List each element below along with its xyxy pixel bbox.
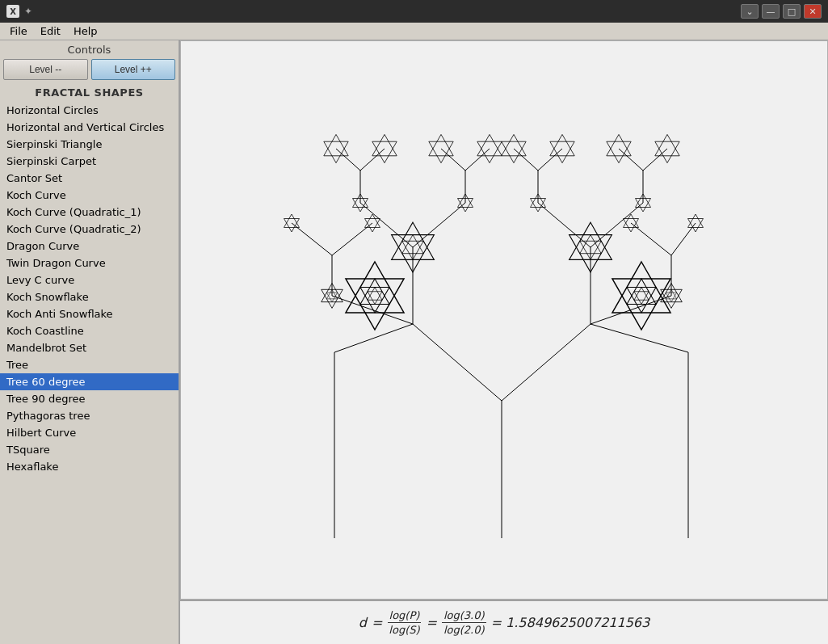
- maximize-btn[interactable]: □: [783, 4, 801, 19]
- close-btn[interactable]: ✕: [804, 4, 822, 19]
- fraction-log-3-2: log(3.0) log(2.0): [442, 609, 486, 636]
- shape-item-11[interactable]: Koch Snowflake: [0, 288, 179, 305]
- shape-item-1[interactable]: Horizontal and Vertical Circles: [0, 119, 179, 136]
- eq2: =: [427, 615, 437, 630]
- shape-item-12[interactable]: Koch Anti Snowflake: [0, 305, 179, 322]
- menu-help[interactable]: Help: [67, 23, 104, 39]
- menubar: File Edit Help: [0, 23, 828, 40]
- svg-marker-83: [284, 219, 300, 233]
- math-formula: d = log(P) log(S) = log(3.0) log(2.0) = …: [359, 609, 649, 636]
- svg-marker-82: [284, 214, 300, 228]
- shape-list: Horizontal CirclesHorizontal and Vertica…: [0, 102, 179, 644]
- shape-item-17[interactable]: Tree 90 degree: [0, 390, 179, 407]
- shape-item-3[interactable]: Sierpinski Carpet: [0, 153, 179, 170]
- level-plus-button[interactable]: Level ++: [91, 59, 176, 80]
- shape-item-6[interactable]: Koch Curve (Quadratic_1): [0, 204, 179, 221]
- menu-file[interactable]: File: [3, 23, 34, 39]
- frac2-numerator: log(3.0): [442, 609, 486, 623]
- eq1: =: [372, 615, 382, 630]
- canvas-view: [180, 40, 828, 600]
- level-minus-button[interactable]: Level --: [3, 59, 88, 80]
- controls-label: Controls: [0, 40, 179, 57]
- titlebar: X ✦ ⌄ — □ ✕: [0, 0, 828, 23]
- shape-item-4[interactable]: Cantor Set: [0, 170, 179, 187]
- window-menu-btn[interactable]: ⌄: [741, 4, 759, 19]
- shape-item-20[interactable]: TSquare: [0, 441, 179, 458]
- shape-item-14[interactable]: Mandelbrot Set: [0, 339, 179, 356]
- shape-item-5[interactable]: Koch Curve: [0, 187, 179, 204]
- shape-item-16[interactable]: Tree 60 degree: [0, 373, 179, 390]
- frac1-denominator: log(S): [387, 623, 421, 636]
- sidebar: Controls Level -- Level ++ FRACTAL SHAPE…: [0, 40, 180, 644]
- result-value: = 1.5849625007211563: [491, 615, 650, 630]
- titlebar-left: X ✦: [6, 5, 36, 18]
- d-variable: d: [359, 615, 367, 630]
- level-buttons: Level -- Level ++: [0, 57, 179, 83]
- shapes-header: FRACTAL SHAPES: [0, 83, 179, 102]
- shape-item-21[interactable]: Hexaflake: [0, 458, 179, 475]
- frac2-denominator: log(2.0): [442, 623, 486, 636]
- shape-item-9[interactable]: Twin Dragon Curve: [0, 255, 179, 271]
- fractal-canvas: [246, 86, 763, 554]
- shape-item-19[interactable]: Hilbert Curve: [0, 424, 179, 441]
- shape-item-15[interactable]: Tree: [0, 356, 179, 373]
- pin-icon: ✦: [24, 6, 36, 17]
- window-controls: ⌄ — □ ✕: [741, 4, 822, 19]
- canvas-area: d = log(P) log(S) = log(3.0) log(2.0) = …: [180, 40, 828, 644]
- app-icon: X: [6, 5, 19, 18]
- menu-edit[interactable]: Edit: [34, 23, 67, 39]
- formula-bar: d = log(P) log(S) = log(3.0) log(2.0) = …: [180, 600, 828, 644]
- minimize-btn[interactable]: —: [762, 4, 780, 19]
- shape-item-2[interactable]: Sierpinski Triangle: [0, 136, 179, 153]
- shape-item-10[interactable]: Levy C curve: [0, 271, 179, 288]
- shape-item-7[interactable]: Koch Curve (Quadratic_2): [0, 221, 179, 238]
- shape-item-18[interactable]: Pythagoras tree: [0, 407, 179, 424]
- frac1-numerator: log(P): [388, 609, 422, 623]
- shape-item-0[interactable]: Horizontal Circles: [0, 102, 179, 119]
- shape-item-13[interactable]: Koch Coastline: [0, 322, 179, 339]
- main-content: Controls Level -- Level ++ FRACTAL SHAPE…: [0, 40, 828, 644]
- shape-item-8[interactable]: Dragon Curve: [0, 238, 179, 255]
- fraction-log-p-s: log(P) log(S): [387, 609, 421, 636]
